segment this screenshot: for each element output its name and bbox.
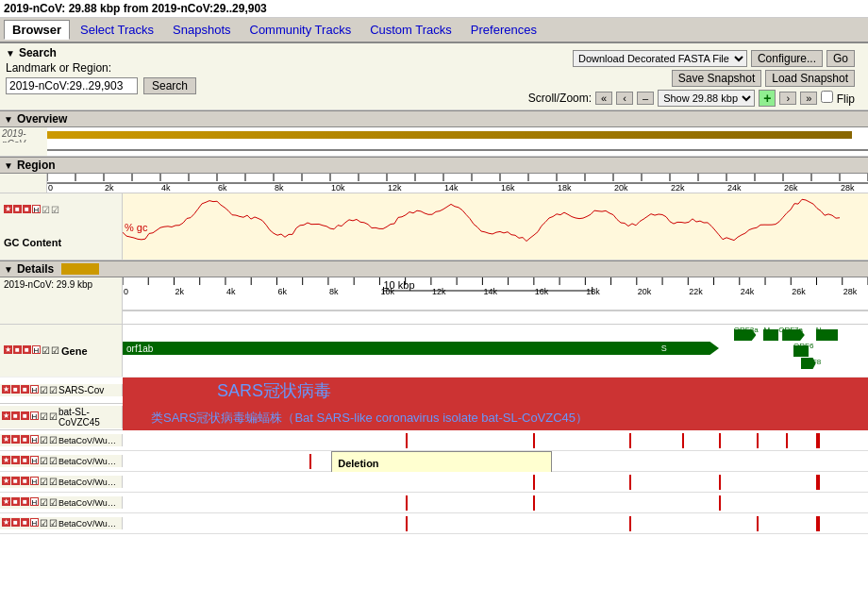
title-bar: 2019-nCoV: 29.88 kbp from 2019-nCoV:29..… xyxy=(0,0,868,18)
details-header: ▼ Details xyxy=(0,260,868,277)
nav-bar: Browser Select Tracks Snapshots Communit… xyxy=(0,18,868,43)
sars-icon-3[interactable]: H xyxy=(30,385,39,394)
svg-text:24k: 24k xyxy=(741,287,755,296)
gc-icon-check2[interactable]: ☑ xyxy=(51,205,59,215)
gc-chart xyxy=(123,193,868,258)
overview-label: Overview xyxy=(17,112,67,126)
flip-label[interactable]: Flip xyxy=(821,91,855,106)
gene-icon-1[interactable]: ■ xyxy=(13,345,22,354)
details-kbp-marker: 10 kbp xyxy=(384,279,415,291)
svg-text:22k: 22k xyxy=(671,183,685,193)
gc-icon-star[interactable]: ★ xyxy=(4,205,12,213)
sars-icon-check[interactable]: ☑ xyxy=(40,385,48,395)
gene-track: ★ ■ ■ H ☑ ☑ Gene orf1ab S xyxy=(0,325,868,378)
sars-icon-star[interactable]: ★ xyxy=(2,385,10,394)
bat-icon-2[interactable]: ■ xyxy=(21,411,29,420)
svg-text:16k: 16k xyxy=(501,183,515,193)
deletion-mark-2 xyxy=(533,433,535,448)
go-button[interactable]: Go xyxy=(826,50,855,67)
bat-icon-check[interactable]: ☑ xyxy=(40,411,48,422)
sars-cov-label: ★ ■ ■ H ☑ ☑ SARS-Cov xyxy=(0,384,123,396)
region-toggle[interactable]: ▼ xyxy=(4,160,13,171)
tab-custom-tracks[interactable]: Custom Tracks xyxy=(361,20,460,40)
bat-icon-3[interactable]: H xyxy=(30,411,39,420)
gc-icon-2[interactable]: ■ xyxy=(23,205,31,213)
del-1b-1 xyxy=(309,454,311,469)
scroll-right-far-button[interactable]: » xyxy=(800,92,817,105)
search-section: ▼ Search Landmark or Region: 2019-nCoV:2… xyxy=(0,43,868,110)
gene-content: orf1ab S ORF3a M ORF7a ORF6 xyxy=(123,325,868,377)
zoom-select[interactable]: Show 29.88 kbp xyxy=(658,90,755,107)
tab-browser[interactable]: Browser xyxy=(4,20,70,40)
deletion-mark-7 xyxy=(786,433,788,448)
deletion-mark-6 xyxy=(757,433,759,448)
m-label: M xyxy=(763,326,770,334)
search-button[interactable]: Search xyxy=(143,77,196,94)
svg-text:8k: 8k xyxy=(329,287,339,296)
deletion-mark-5 xyxy=(719,433,721,448)
svg-text:2k: 2k xyxy=(105,183,114,193)
gc-y-label: % gc xyxy=(125,222,147,233)
gc-canvas: % gc xyxy=(123,193,868,260)
flip-checkbox[interactable] xyxy=(821,91,833,103)
wuhan-track-1: ★ ■ ■ H ☑ ☑ BetaCoV/Wuhan/IVDC-HB-04/202… xyxy=(0,451,868,472)
s-gene-bar[interactable]: S xyxy=(659,342,719,355)
overview-genome-bar xyxy=(47,131,852,139)
gc-icon-3[interactable]: H xyxy=(32,205,41,213)
tab-preferences[interactable]: Preferences xyxy=(462,20,545,40)
overview-header: ▼ Overview xyxy=(0,110,868,127)
search-input[interactable]: 2019-nCoV:29..29,903 xyxy=(6,77,138,94)
svg-text:18k: 18k xyxy=(558,183,572,193)
overview-genome-label: 2019-nCoV xyxy=(0,127,47,143)
bat-chinese-label: 类SARS冠状病毒蝙蝠株（Bat SARS-like coronavirus i… xyxy=(151,410,588,427)
tab-snapshots[interactable]: Snapshots xyxy=(164,20,239,40)
save-snapshot-button[interactable]: Save Snapshot xyxy=(672,70,761,87)
orf8-label: ORF8 xyxy=(801,358,821,366)
gc-icon-1[interactable]: ■ xyxy=(13,205,22,213)
gene-icon-check2[interactable]: ☑ xyxy=(51,345,59,356)
bat-cov-name: bat-SL-CoVZC45 xyxy=(58,407,120,428)
orf1ab-bar[interactable]: orf1ab xyxy=(123,342,659,355)
sars-icon-1[interactable]: ■ xyxy=(11,385,20,394)
wuhan-content-4 xyxy=(123,513,868,534)
overview-toggle[interactable]: ▼ xyxy=(4,114,13,125)
deletion-mark-3 xyxy=(629,433,631,448)
overview-section: ▼ Overview 2019-nCoV xyxy=(0,110,868,157)
scroll-left-far-button[interactable]: « xyxy=(595,92,612,105)
svg-text:14k: 14k xyxy=(483,287,497,296)
scroll-right-button[interactable]: › xyxy=(779,92,796,105)
zoom-plus-button[interactable]: + xyxy=(759,90,776,107)
bat-icon-1[interactable]: ■ xyxy=(11,411,20,420)
load-snapshot-button[interactable]: Load Snapshot xyxy=(765,70,855,87)
svg-text:20k: 20k xyxy=(614,183,628,193)
wuhan-content-1: Deletion name: MN908947.3/EPI_ISL_402120… xyxy=(123,451,868,472)
tab-select-tracks[interactable]: Select Tracks xyxy=(72,20,162,40)
gene-icon-3[interactable]: H xyxy=(32,345,41,354)
wuhan-track-2: ★ ■ ■ H ☑ ☑ BetaCoV/Wuhan/WIV05/2019 xyxy=(0,472,868,493)
bat-icon-check2[interactable]: ☑ xyxy=(49,411,58,422)
sars-icon-check2[interactable]: ☑ xyxy=(49,385,58,395)
details-label: Details xyxy=(17,262,54,276)
svg-text:12k: 12k xyxy=(388,183,402,193)
gc-icon-check[interactable]: ☑ xyxy=(42,205,50,215)
region-ruler: 02k4k6k8k10k12k14k16k18k20k22k24k26k28k xyxy=(47,174,868,193)
svg-text:26k: 26k xyxy=(784,183,798,193)
gene-icon-check[interactable]: ☑ xyxy=(42,345,50,356)
gene-track-label: ★ ■ ■ H ☑ ☑ Gene xyxy=(0,325,123,377)
details-toggle[interactable]: ▼ xyxy=(4,264,13,275)
fasta-select[interactable]: Download Decorated FASTA File xyxy=(573,50,747,67)
deletion-mark-1 xyxy=(406,433,408,448)
scroll-left-button[interactable]: ‹ xyxy=(616,92,633,105)
tab-community-tracks[interactable]: Community Tracks xyxy=(242,20,360,40)
details-color-bar xyxy=(61,263,99,275)
gene-icon-2[interactable]: ■ xyxy=(23,345,31,354)
gc-track-icons: ★ ■ ■ H ☑ ☑ xyxy=(4,205,59,215)
details-ruler-row: 2019-nCoV: 29.9 kbp 10 kbp 02k4k6k8k10k1… xyxy=(0,277,868,325)
search-toggle[interactable]: ▼ xyxy=(6,48,15,59)
scroll-minus-button[interactable]: – xyxy=(637,92,654,105)
details-position: 2019-nCoV: 29.9 kbp xyxy=(4,279,118,290)
configure-button[interactable]: Configure... xyxy=(751,50,823,67)
sars-icon-2[interactable]: ■ xyxy=(21,385,29,394)
gene-icon-star[interactable]: ★ xyxy=(4,345,12,354)
bat-icon-star[interactable]: ★ xyxy=(2,411,10,420)
